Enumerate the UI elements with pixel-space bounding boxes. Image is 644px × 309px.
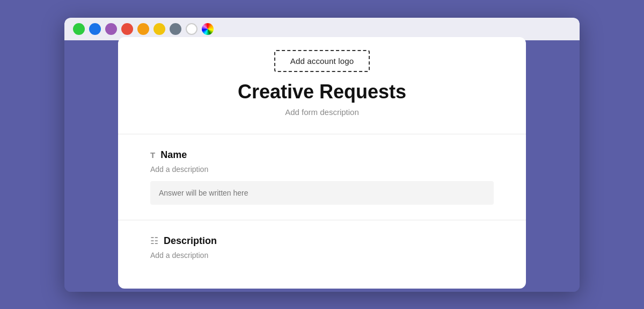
color-dot-orange[interactable] [137,23,149,35]
field-description: ☷ Description Add a description [118,220,526,260]
field-name-label-row: T Name [150,149,494,161]
form-title: Creative Requests [150,81,494,103]
field-name-label: Name [160,149,187,161]
textarea-icon: ☷ [150,235,158,247]
color-dot-red[interactable] [121,23,133,35]
form-description-hint[interactable]: Add form description [150,107,494,117]
color-dot-purple[interactable] [105,23,117,35]
logo-area: Add account logo [118,37,526,81]
color-dot-yellow[interactable] [153,23,165,35]
field-desc-label-row: ☷ Description [150,235,494,247]
color-dot-white[interactable] [186,23,197,35]
color-dot-blue[interactable] [89,23,101,35]
content-area: Add account logo Creative Requests Add f… [64,40,580,292]
field-name-desc[interactable]: Add a description [150,165,494,174]
field-name-input[interactable] [150,181,494,205]
color-dot-green[interactable] [73,23,85,35]
color-dot-rainbow[interactable] [202,23,214,35]
browser-window: Add account logo Creative Requests Add f… [64,18,580,292]
form-card: Add account logo Creative Requests Add f… [118,37,526,289]
text-icon: T [150,150,155,160]
add-logo-button[interactable]: Add account logo [274,50,370,72]
field-desc-hint[interactable]: Add a description [150,251,494,260]
color-dot-slate[interactable] [170,23,181,35]
form-header: Creative Requests Add form description [118,81,526,121]
field-name: T Name Add a description [118,134,526,205]
field-desc-label: Description [164,235,217,247]
